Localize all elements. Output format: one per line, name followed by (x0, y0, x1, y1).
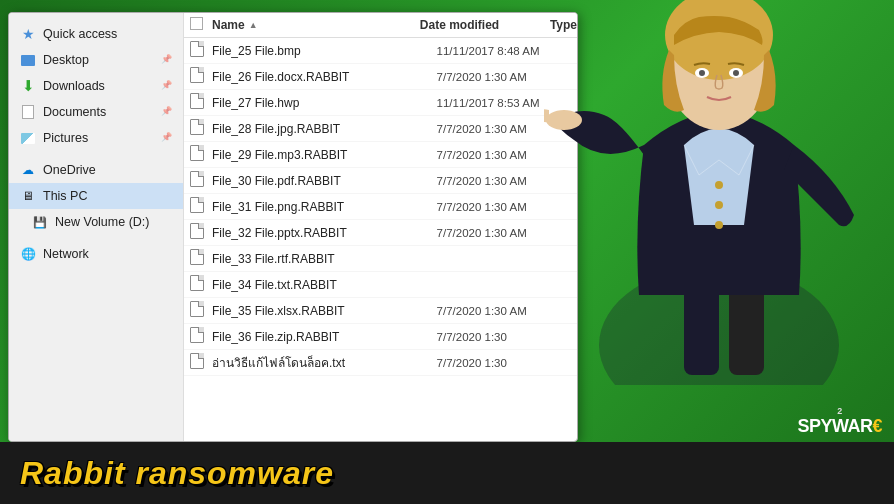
table-row[interactable]: File_27 File.hwp 11/11/2017 8:53 AM (184, 90, 577, 116)
file-checkbox-cell (184, 249, 208, 268)
sidebar-item-downloads[interactable]: ⬇ Downloads 📌 (9, 73, 183, 99)
file-checkbox-cell (184, 67, 208, 86)
sidebar-item-desktop[interactable]: Desktop 📌 (9, 47, 183, 73)
pin-icon: 📌 (161, 54, 173, 66)
file-checkbox-cell (184, 275, 208, 294)
sidebar: ★ Quick access Desktop 📌 ⬇ Downloads 📌 D… (9, 13, 184, 441)
file-icon (190, 327, 204, 343)
svg-point-13 (546, 110, 582, 130)
file-icon (190, 223, 204, 239)
pin-icon-dl: 📌 (161, 80, 173, 92)
file-checkbox-cell (184, 93, 208, 112)
sidebar-label-downloads: Downloads (43, 79, 105, 93)
person-image (534, 0, 894, 445)
file-checkbox-cell (184, 301, 208, 320)
sidebar-label-newvolume: New Volume (D:) (55, 215, 149, 229)
file-icon (190, 67, 204, 83)
file-name: File_26 File.docx.RABBIT (208, 70, 433, 84)
file-checkbox-cell (184, 353, 208, 372)
watermark-number: 2 (797, 406, 882, 417)
sidebar-item-thispc[interactable]: 🖥 This PC (9, 183, 183, 209)
file-name: File_36 File.zip.RABBIT (208, 330, 433, 344)
sidebar-item-pictures[interactable]: Pictures 📌 (9, 125, 183, 151)
sidebar-label-thispc: This PC (43, 189, 87, 203)
sidebar-item-documents[interactable]: Documents 📌 (9, 99, 183, 125)
watermark-symbol: € (872, 416, 882, 436)
file-checkbox-cell (184, 197, 208, 216)
sidebar-item-quick-access[interactable]: ★ Quick access (9, 21, 183, 47)
file-icon (190, 301, 204, 317)
table-row[interactable]: File_29 File.mp3.RABBIT 7/7/2020 1:30 AM (184, 142, 577, 168)
file-checkbox-cell (184, 41, 208, 60)
file-name: อ่านวิธีแก้ไฟล์โดนล็อค.txt (208, 353, 433, 372)
table-row[interactable]: File_25 File.bmp 11/11/2017 8:48 AM (184, 38, 577, 64)
file-name: File_34 File.txt.RABBIT (208, 278, 433, 292)
table-row[interactable]: File_32 File.pptx.RABBIT 7/7/2020 1:30 A… (184, 220, 577, 246)
select-all-checkbox[interactable] (190, 17, 203, 30)
file-checkbox-cell (184, 119, 208, 138)
header-name[interactable]: Name ▲ (208, 18, 416, 32)
bottom-title-text: Rabbit ransomware (20, 455, 334, 492)
file-name: File_28 File.jpg.RABBIT (208, 122, 433, 136)
sidebar-label-pictures: Pictures (43, 131, 88, 145)
file-name: File_30 File.pdf.RABBIT (208, 174, 433, 188)
pin-icon-docs: 📌 (161, 106, 173, 118)
file-checkbox-cell (184, 145, 208, 164)
file-icon (190, 249, 204, 265)
sort-arrow-icon: ▲ (249, 20, 258, 30)
date-label: Date modified (420, 18, 499, 32)
file-icon (190, 145, 204, 161)
file-name: File_33 File.rtf.RABBIT (208, 252, 433, 266)
header-checkbox[interactable] (184, 17, 208, 33)
sidebar-label-onedrive: OneDrive (43, 163, 96, 177)
file-name: File_29 File.mp3.RABBIT (208, 148, 433, 162)
svg-point-10 (715, 181, 723, 189)
thispc-icon: 🖥 (19, 187, 37, 205)
table-row[interactable]: File_30 File.pdf.RABBIT 7/7/2020 1:30 AM (184, 168, 577, 194)
pin-icon-pics: 📌 (161, 132, 173, 144)
network-icon: 🌐 (19, 245, 37, 263)
file-icon (190, 119, 204, 135)
svg-point-8 (699, 70, 705, 76)
file-icon (190, 41, 204, 57)
name-label: Name (212, 18, 245, 32)
star-icon: ★ (19, 25, 37, 43)
svg-point-11 (715, 201, 723, 209)
sidebar-item-newvolume[interactable]: 💾 New Volume (D:) (9, 209, 183, 235)
table-row[interactable]: อ่านวิธีแก้ไฟล์โดนล็อค.txt 7/7/2020 1:30 (184, 350, 577, 376)
pictures-icon (19, 129, 37, 147)
table-row[interactable]: File_28 File.jpg.RABBIT 7/7/2020 1:30 AM (184, 116, 577, 142)
file-name: File_25 File.bmp (208, 44, 433, 58)
volume-icon: 💾 (31, 213, 49, 231)
documents-icon (19, 103, 37, 121)
person-svg (544, 0, 894, 385)
file-icon (190, 353, 204, 369)
onedrive-icon: ☁ (19, 161, 37, 179)
column-headers: Name ▲ Date modified Type (184, 13, 577, 38)
file-list: File_25 File.bmp 11/11/2017 8:48 AM File… (184, 38, 577, 441)
table-row[interactable]: File_35 File.xlsx.RABBIT 7/7/2020 1:30 A… (184, 298, 577, 324)
explorer-window: ★ Quick access Desktop 📌 ⬇ Downloads 📌 D… (8, 12, 578, 442)
table-row[interactable]: File_33 File.rtf.RABBIT (184, 246, 577, 272)
desktop-icon (19, 51, 37, 69)
file-checkbox-cell (184, 327, 208, 346)
file-checkbox-cell (184, 171, 208, 190)
table-row[interactable]: File_36 File.zip.RABBIT 7/7/2020 1:30 (184, 324, 577, 350)
file-icon (190, 197, 204, 213)
sidebar-item-onedrive[interactable]: ☁ OneDrive (9, 157, 183, 183)
file-name: File_35 File.xlsx.RABBIT (208, 304, 433, 318)
table-row[interactable]: File_34 File.txt.RABBIT (184, 272, 577, 298)
header-date[interactable]: Date modified (416, 18, 546, 32)
table-row[interactable]: File_31 File.png.RABBIT 7/7/2020 1:30 AM (184, 194, 577, 220)
file-list-panel: Name ▲ Date modified Type File_25 File.b… (184, 13, 577, 441)
file-icon (190, 93, 204, 109)
file-name: File_31 File.png.RABBIT (208, 200, 433, 214)
watermark-badge: 2 SPYWAR€ (797, 406, 882, 438)
sidebar-item-network[interactable]: 🌐 Network (9, 241, 183, 267)
sidebar-label-network: Network (43, 247, 89, 261)
file-icon (190, 275, 204, 291)
file-name: File_32 File.pptx.RABBIT (208, 226, 433, 240)
file-checkbox-cell (184, 223, 208, 242)
table-row[interactable]: File_26 File.docx.RABBIT 7/7/2020 1:30 A… (184, 64, 577, 90)
sidebar-label-documents: Documents (43, 105, 106, 119)
